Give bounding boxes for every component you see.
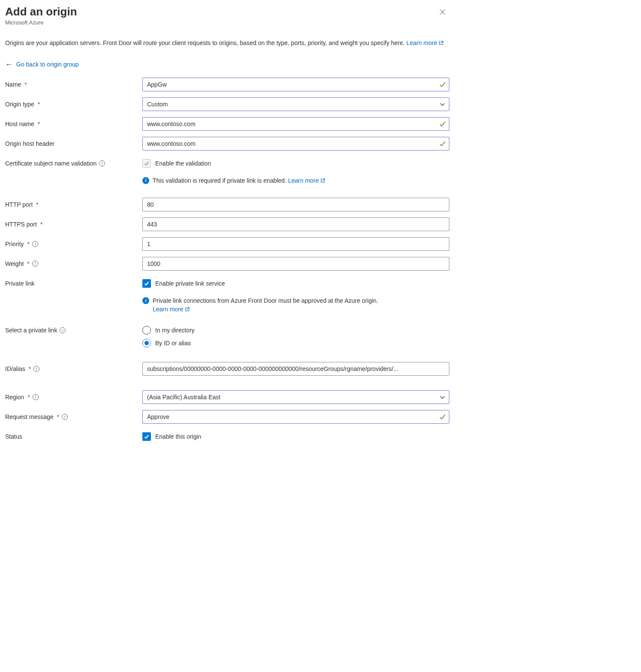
private-link-info-banner: i Private link connections from Azure Fr… (142, 296, 449, 314)
learn-more-link[interactable]: Learn more (153, 306, 190, 313)
status-label: Status (5, 433, 22, 440)
http-port-input[interactable] (142, 198, 449, 211)
intro-body: Origins are your application servers. Fr… (5, 39, 406, 46)
enable-private-link-label: Enable private link service (155, 280, 225, 287)
http-port-label: HTTP port (5, 201, 33, 208)
id-alias-label: ID/alias (5, 365, 25, 372)
check-icon (439, 413, 446, 420)
name-input[interactable] (142, 78, 449, 91)
info-icon[interactable] (60, 327, 66, 333)
arrow-left-icon: ← (5, 60, 13, 68)
info-icon[interactable] (32, 261, 38, 267)
intro-text: Origins are your application servers. Fr… (5, 39, 449, 48)
priority-input[interactable] (142, 237, 449, 251)
info-icon[interactable] (33, 366, 39, 372)
external-link-icon (439, 39, 444, 48)
priority-label: Priority (5, 241, 24, 247)
https-port-label: HTTPS port (5, 221, 37, 228)
id-alias-input[interactable] (142, 362, 449, 376)
select-private-link-label: Select a private link (5, 327, 57, 334)
origin-type-label: Origin type (5, 101, 34, 108)
request-message-label: Request message (5, 413, 54, 420)
info-badge-icon: i (142, 177, 149, 184)
check-icon (439, 81, 446, 88)
check-icon (439, 140, 446, 147)
origin-host-header-label: Origin host header (5, 140, 54, 147)
cert-validation-label: Certificate subject name validation (5, 160, 96, 167)
info-icon[interactable] (99, 160, 105, 166)
check-icon (439, 121, 446, 127)
required-indicator: * (24, 81, 27, 88)
back-to-origin-group-link[interactable]: ← Go back to origin group (5, 60, 79, 68)
weight-input[interactable] (142, 257, 449, 271)
info-icon[interactable] (62, 414, 68, 420)
origin-host-header-input[interactable] (142, 137, 449, 151)
region-label: Region (5, 394, 24, 401)
validation-info-banner: i This validation is required if private… (142, 176, 449, 185)
https-port-input[interactable] (142, 217, 449, 231)
panel-title: Add an origin (5, 5, 449, 18)
radio-icon (142, 326, 151, 334)
close-icon (439, 9, 446, 15)
origin-type-select[interactable] (142, 97, 449, 111)
info-icon[interactable] (33, 394, 39, 400)
learn-more-link[interactable]: Learn more (406, 39, 444, 46)
enable-validation-checkbox (142, 159, 151, 168)
region-select[interactable] (142, 390, 449, 404)
weight-label: Weight (5, 260, 24, 267)
radio-icon (142, 339, 151, 347)
host-name-input[interactable] (142, 117, 449, 131)
host-name-label: Host name (5, 121, 34, 127)
enable-origin-checkbox[interactable] (142, 432, 151, 441)
external-link-icon (320, 177, 325, 185)
enable-validation-label: Enable the validation (155, 160, 211, 167)
enable-origin-label: Enable this origin (155, 433, 201, 440)
info-icon[interactable] (32, 241, 38, 247)
request-message-input[interactable] (142, 410, 449, 424)
panel-subtitle: Microsoft Azure (5, 19, 449, 26)
close-button[interactable] (436, 6, 448, 18)
private-link-label: Private link (5, 280, 34, 287)
name-label: Name (5, 81, 21, 88)
enable-private-link-checkbox[interactable] (142, 279, 151, 288)
radio-in-my-directory[interactable]: In my directory (142, 326, 195, 334)
radio-by-id-or-alias[interactable]: By ID or alias (142, 339, 195, 347)
learn-more-link[interactable]: Learn more (288, 177, 325, 184)
info-badge-icon: i (142, 297, 149, 304)
external-link-icon (185, 305, 190, 314)
